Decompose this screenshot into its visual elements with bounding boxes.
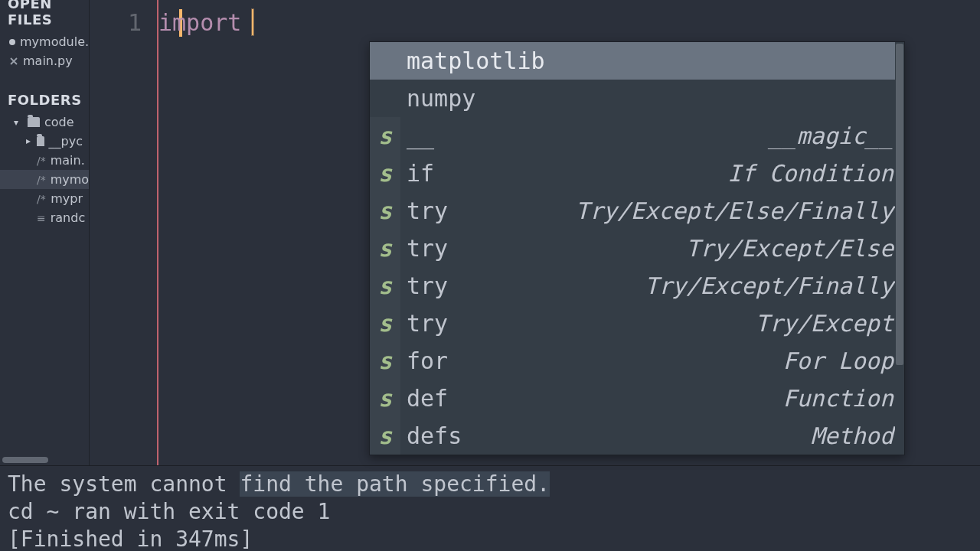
snippet-kind-icon bbox=[370, 42, 400, 80]
close-icon[interactable] bbox=[9, 57, 18, 66]
file-item[interactable]: /* mypr bbox=[0, 189, 89, 208]
file-label: mymo bbox=[51, 172, 89, 187]
autocomplete-hint: Try/Except bbox=[755, 310, 893, 337]
snippet-kind-icon: s bbox=[370, 192, 400, 230]
open-files-header: OPEN FILES bbox=[0, 0, 89, 32]
console-line: The system cannot find the path specifie… bbox=[8, 471, 972, 498]
autocomplete-hint: For Loop bbox=[783, 347, 894, 374]
autocomplete-hint: If Condition bbox=[727, 160, 893, 187]
autocomplete-item[interactable]: sifIf Condition bbox=[370, 155, 904, 192]
autocomplete-label: for bbox=[407, 347, 448, 374]
autocomplete-item[interactable]: stryTry/Except/Else/Finally bbox=[370, 192, 904, 230]
folder-item[interactable]: ▸ __pyc bbox=[0, 132, 89, 151]
autocomplete-label: numpy bbox=[407, 85, 475, 112]
file-item[interactable]: /* mymo bbox=[0, 170, 89, 189]
gutter: 1 bbox=[90, 0, 158, 465]
snippet-kind-icon: s bbox=[370, 117, 400, 155]
autocomplete-item[interactable]: stryTry/Except/Else bbox=[370, 230, 904, 267]
folder-label: code bbox=[44, 115, 74, 129]
folder-label: __pyc bbox=[49, 134, 83, 148]
autocomplete-item[interactable]: sforFor Loop bbox=[370, 342, 904, 380]
console-line: cd ~ ran with exit code 1 bbox=[8, 498, 972, 526]
dirty-mark-icon: /* bbox=[37, 155, 46, 167]
autocomplete-item[interactable]: matplotlib bbox=[370, 42, 904, 80]
open-file-label: mymodule.p bbox=[20, 34, 90, 49]
autocomplete-hint: __magic__ bbox=[769, 122, 893, 149]
folders-header: FOLDERS bbox=[0, 92, 89, 112]
build-output-panel[interactable]: The system cannot find the path specifie… bbox=[0, 465, 980, 551]
scrollbar-thumb[interactable] bbox=[896, 44, 903, 365]
text-cursor bbox=[252, 9, 253, 35]
autocomplete-item[interactable]: stryTry/Except/Finally bbox=[370, 267, 904, 305]
snippet-kind-icon bbox=[370, 80, 400, 117]
autocomplete-hint: Function bbox=[783, 385, 894, 412]
open-file-label: main.py bbox=[23, 54, 73, 68]
folder-root[interactable]: ▾ code bbox=[0, 112, 89, 132]
snippet-kind-icon: s bbox=[370, 342, 400, 380]
autocomplete-label: try bbox=[407, 235, 448, 262]
file-item[interactable]: ≡ randc bbox=[0, 208, 89, 227]
open-file-item[interactable]: mymodule.p bbox=[0, 32, 89, 51]
autocomplete-hint: Try/Except/Else bbox=[686, 235, 893, 262]
autocomplete-item[interactable]: stryTry/Except bbox=[370, 305, 904, 342]
snippet-kind-icon: s bbox=[370, 230, 400, 267]
autocomplete-hint: Try/Except/Finally bbox=[645, 272, 893, 299]
file-label: randc bbox=[51, 210, 85, 225]
sidebar: OPEN FILES mymodule.p main.py FOLDERS ▾ … bbox=[0, 0, 90, 465]
open-file-item[interactable]: main.py bbox=[0, 51, 89, 70]
autocomplete-label: __ bbox=[407, 122, 434, 149]
dirty-mark-icon: /* bbox=[37, 193, 46, 205]
autocomplete-item[interactable]: s____magic__ bbox=[370, 117, 904, 155]
list-icon: ≡ bbox=[37, 212, 46, 224]
autocomplete-popup[interactable]: matplotlibnumpys____magic__sifIf Conditi… bbox=[369, 41, 905, 455]
console-line: [Finished in 347ms] bbox=[8, 526, 972, 551]
folder-icon bbox=[37, 136, 44, 146]
dirty-mark-icon: /* bbox=[37, 174, 46, 186]
folder-icon bbox=[28, 117, 40, 127]
autocomplete-hint: Try/Except/Else/Finally bbox=[576, 197, 893, 224]
editor[interactable]: 1 import matplotlibnumpys____magic__sifI… bbox=[90, 0, 980, 465]
autocomplete-label: matplotlib bbox=[407, 47, 545, 74]
snippet-kind-icon: s bbox=[370, 155, 400, 192]
scrollbar-thumb[interactable] bbox=[2, 457, 48, 463]
autocomplete-label: def bbox=[407, 385, 448, 412]
autocomplete-label: try bbox=[407, 310, 448, 337]
sidebar-hscrollbar[interactable] bbox=[0, 455, 90, 465]
snippet-kind-icon: s bbox=[370, 417, 400, 455]
autocomplete-scrollbar[interactable] bbox=[895, 42, 904, 455]
chevron-right-icon: ▸ bbox=[26, 135, 32, 146]
autocomplete-item[interactable]: numpy bbox=[370, 80, 904, 117]
file-item[interactable]: /* main. bbox=[0, 151, 89, 170]
snippet-kind-icon: s bbox=[370, 305, 400, 342]
autocomplete-item[interactable]: sdefFunction bbox=[370, 380, 904, 417]
code-keyword: import bbox=[158, 9, 241, 36]
autocomplete-label: defs bbox=[407, 422, 462, 449]
console-text: The system cannot bbox=[8, 471, 240, 497]
file-label: mypr bbox=[51, 191, 83, 206]
snippet-kind-icon: s bbox=[370, 380, 400, 417]
chevron-down-icon: ▾ bbox=[14, 117, 23, 128]
console-text-highlight: find the path specified. bbox=[240, 471, 550, 497]
file-label: main. bbox=[51, 153, 85, 168]
autocomplete-hint: Method bbox=[811, 422, 893, 449]
autocomplete-label: if bbox=[407, 160, 434, 187]
snippet-kind-icon: s bbox=[370, 267, 400, 305]
dirty-dot-icon bbox=[9, 39, 15, 45]
line-number: 1 bbox=[90, 9, 142, 36]
autocomplete-item[interactable]: sdefsMethod bbox=[370, 417, 904, 455]
autocomplete-label: try bbox=[407, 272, 448, 299]
code-area[interactable]: import matplotlibnumpys____magic__sifIf … bbox=[158, 0, 980, 465]
autocomplete-label: try bbox=[407, 197, 448, 224]
